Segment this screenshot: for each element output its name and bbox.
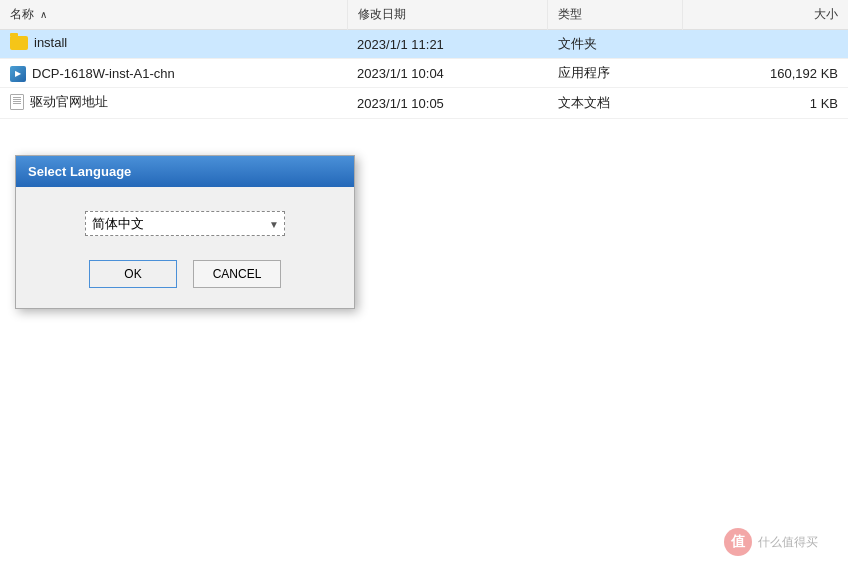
watermark-text: 什么值得买 bbox=[758, 534, 818, 551]
dialog-titlebar[interactable]: Select Language bbox=[16, 156, 354, 187]
select-language-dialog: Select Language 简体中文English繁體中文 OK CANCE… bbox=[15, 155, 355, 309]
ok-button[interactable]: OK bbox=[89, 260, 177, 288]
language-select-wrapper: 简体中文English繁體中文 bbox=[85, 211, 285, 236]
dialog-title: Select Language bbox=[28, 164, 131, 179]
cancel-button[interactable]: CANCEL bbox=[193, 260, 281, 288]
watermark-logo: 值 bbox=[724, 528, 752, 556]
language-select[interactable]: 简体中文English繁體中文 bbox=[85, 211, 285, 236]
dialog-buttons: OK CANCEL bbox=[36, 260, 334, 288]
dialog-overlay: Select Language 简体中文English繁體中文 OK CANCE… bbox=[0, 0, 848, 576]
dialog-body: 简体中文English繁體中文 OK CANCEL bbox=[16, 187, 354, 308]
file-explorer: 名称 ∧ 修改日期 类型 大小 install2023/1/1 11:21文件夹… bbox=[0, 0, 848, 576]
language-select-row: 简体中文English繁體中文 bbox=[36, 211, 334, 236]
watermark: 值 什么值得买 bbox=[724, 528, 818, 556]
